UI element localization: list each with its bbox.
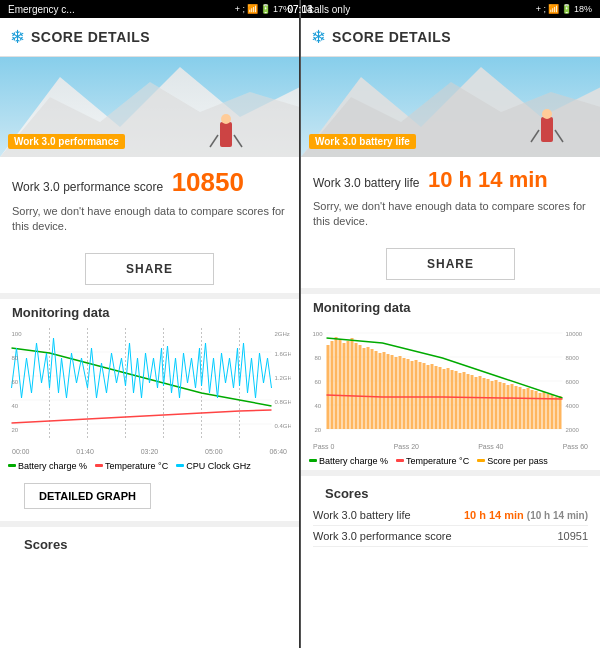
- svg-rect-59: [407, 359, 410, 429]
- right-score-section: Work 3.0 battery life 10 h 14 min Sorry,…: [301, 157, 600, 240]
- left-status-bar: Emergency c... 07:13 + ; 📶 🔋 17%: [0, 0, 299, 18]
- svg-rect-71: [455, 371, 458, 429]
- right-battery-pct: 18%: [574, 4, 592, 14]
- svg-point-4: [221, 114, 231, 124]
- svg-text:60: 60: [12, 379, 19, 385]
- right-score-battery-value: 10 h 14 min (10 h 14 min): [464, 509, 588, 521]
- left-share-button[interactable]: SHARE: [85, 253, 214, 285]
- left-scores-section: Scores: [0, 527, 299, 560]
- right-share-button[interactable]: SHARE: [386, 248, 515, 280]
- svg-rect-49: [367, 347, 370, 429]
- svg-rect-46: [355, 343, 358, 429]
- right-score-perf-value: 10951: [557, 530, 588, 542]
- svg-rect-61: [415, 360, 418, 429]
- svg-rect-57: [399, 356, 402, 429]
- left-score-value: 10850: [172, 167, 244, 197]
- left-monitoring-title: Monitoring data: [0, 299, 299, 324]
- left-hero-image: Work 3.0 performance: [0, 57, 299, 157]
- left-detailed-container: DETAILED GRAPH: [0, 475, 299, 521]
- svg-rect-93: [543, 392, 546, 429]
- signal-icon: 📶: [247, 4, 258, 14]
- svg-text:10000: 10000: [566, 331, 583, 337]
- svg-text:2GHz: 2GHz: [275, 331, 290, 337]
- left-chart-svg: 2GHz 1.6GHz 1.2GHz 0.8GHz 0.4GHz 100 80 …: [8, 328, 291, 448]
- legend-battery-label-right: Battery charge %: [319, 456, 388, 466]
- svg-rect-51: [375, 351, 378, 429]
- svg-rect-95: [551, 395, 554, 429]
- svg-rect-80: [491, 381, 494, 429]
- right-hero-label: Work 3.0 battery life: [309, 134, 416, 149]
- svg-text:100: 100: [12, 331, 23, 337]
- legend-temp-dot-right: [396, 459, 404, 462]
- svg-rect-75: [471, 375, 474, 429]
- left-detailed-button[interactable]: DETAILED GRAPH: [24, 483, 151, 509]
- svg-rect-74: [467, 374, 470, 429]
- x-label-1: 01:40: [76, 448, 94, 455]
- right-x-label-2: Pass 40: [478, 443, 503, 450]
- svg-rect-87: [519, 387, 522, 429]
- svg-rect-63: [423, 363, 426, 429]
- left-share-container: SHARE: [0, 245, 299, 293]
- svg-text:1.6GHz: 1.6GHz: [275, 351, 292, 357]
- svg-rect-53: [383, 352, 386, 429]
- svg-rect-88: [523, 389, 526, 429]
- svg-rect-91: [535, 391, 538, 429]
- right-x-labels: Pass 0 Pass 20 Pass 40 Pass 60: [309, 443, 592, 450]
- right-chart-svg: 100 80 60 40 20 10000 8000 6000 4000 200…: [309, 323, 592, 443]
- right-scores-title: Scores: [313, 480, 588, 505]
- legend-battery-right: Battery charge %: [309, 456, 388, 466]
- svg-rect-47: [359, 345, 362, 429]
- left-phone-panel: Emergency c... 07:13 + ; 📶 🔋 17% ❄ SCORE…: [0, 0, 300, 648]
- svg-rect-84: [507, 385, 510, 429]
- left-panel-content: ❄ SCORE DETAILS: [0, 18, 299, 648]
- left-score-label: Work 3.0 performance score: [12, 180, 163, 194]
- left-score-section: Work 3.0 performance score 10850 Sorry, …: [0, 157, 299, 245]
- right-bar-chart: 100 80 60 40 20 10000 8000 6000 4000 200…: [309, 323, 592, 443]
- svg-rect-58: [403, 358, 406, 429]
- svg-rect-73: [463, 372, 466, 429]
- svg-rect-97: [559, 396, 562, 429]
- legend-temp-label-right: Temperature °C: [406, 456, 469, 466]
- legend-battery-dot-left: [8, 464, 16, 467]
- svg-rect-90: [531, 390, 534, 429]
- svg-rect-77: [479, 376, 482, 429]
- svg-rect-78: [483, 378, 486, 429]
- svg-rect-60: [411, 361, 414, 429]
- legend-battery-left: Battery charge %: [8, 461, 87, 471]
- svg-point-31: [542, 109, 552, 119]
- svg-rect-30: [541, 117, 553, 142]
- legend-battery-dot-right: [309, 459, 317, 462]
- right-scores-row-battery: Work 3.0 battery life 10 h 14 min (10 h …: [313, 505, 588, 526]
- right-score-label: Work 3.0 battery life: [313, 176, 420, 190]
- svg-rect-42: [339, 339, 342, 429]
- legend-cpu-dot-left: [176, 464, 184, 467]
- svg-rect-83: [503, 383, 506, 429]
- svg-rect-39: [327, 345, 330, 429]
- svg-text:20: 20: [12, 427, 19, 433]
- svg-text:1.2GHz: 1.2GHz: [275, 375, 292, 381]
- right-score-battery-label: Work 3.0 battery life: [313, 509, 411, 521]
- left-hero-label: Work 3.0 performance: [8, 134, 125, 149]
- svg-text:40: 40: [12, 403, 19, 409]
- svg-rect-79: [487, 379, 490, 429]
- right-panel-content: ❄ SCORE DETAILS Work: [301, 18, 600, 648]
- legend-temp-dot-left: [95, 464, 103, 467]
- left-score-line: Work 3.0 performance score 10850: [12, 167, 287, 198]
- svg-text:100: 100: [313, 331, 324, 337]
- svg-text:80: 80: [12, 355, 19, 361]
- left-chart-legend: Battery charge % Temperature °C CPU Cloc…: [0, 459, 299, 475]
- svg-text:60: 60: [315, 379, 322, 385]
- left-chart-container: 2GHz 1.6GHz 1.2GHz 0.8GHz 0.4GHz 100 80 …: [0, 324, 299, 459]
- svg-rect-48: [363, 348, 366, 429]
- svg-rect-82: [499, 382, 502, 429]
- right-score-perf-label: Work 3.0 performance score: [313, 530, 452, 542]
- right-signal-icon: 📶: [548, 4, 559, 14]
- svg-rect-54: [387, 354, 390, 429]
- left-score-header: ❄ SCORE DETAILS: [0, 18, 299, 57]
- legend-battery-label-left: Battery charge %: [18, 461, 87, 471]
- bluetooth-icon: + ;: [235, 4, 245, 14]
- right-x-label-0: Pass 0: [313, 443, 334, 450]
- right-status-bar: calls only 07:04 + ; 📶 🔋 18%: [301, 0, 600, 18]
- svg-text:4000: 4000: [566, 403, 580, 409]
- svg-text:6000: 6000: [566, 379, 580, 385]
